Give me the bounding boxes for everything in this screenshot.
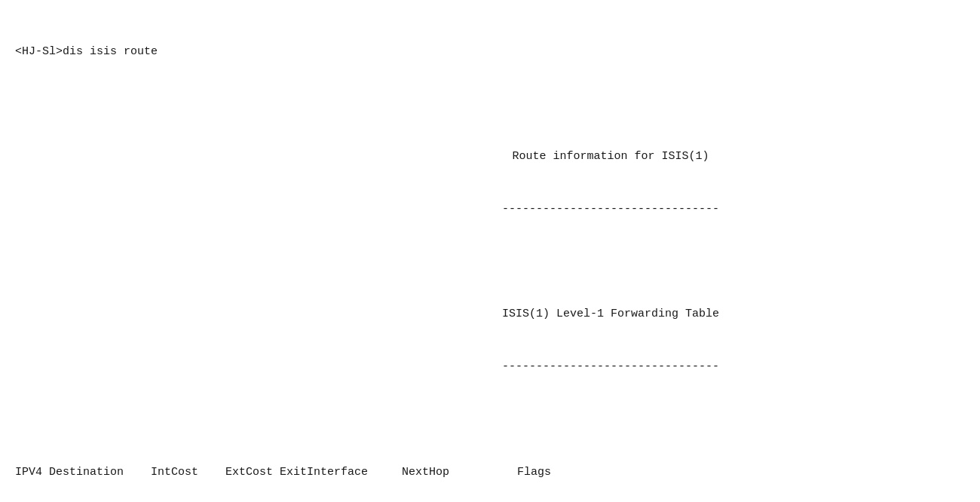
terminal-window: <HJ-Sl>dis isis route Route information … [15, 8, 965, 502]
level-header: ISIS(1) Level-1 Forwarding Table [256, 305, 965, 323]
level-sep: -------------------------------- [256, 358, 965, 375]
col-headers: IPV4 Destination IntCost ExtCost ExitInt… [15, 464, 965, 481]
blank-line-2 [15, 253, 965, 271]
route-info-header: Route information for ISIS(1) [256, 148, 965, 165]
prompt-line: <HJ-Sl>dis isis route [15, 43, 965, 60]
terminal-content: <HJ-Sl>dis isis route Route information … [15, 8, 965, 502]
blank-line-1 [15, 95, 965, 112]
route-info-sep: -------------------------------- [256, 200, 965, 218]
blank-line-3 [15, 411, 965, 428]
